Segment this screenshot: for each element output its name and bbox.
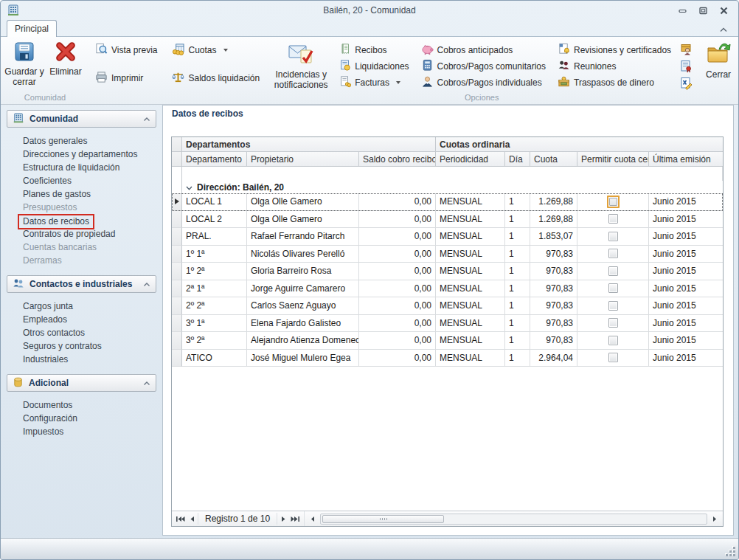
saldos-liquidacion-button[interactable]: Saldos liquidación: [169, 70, 263, 86]
cell-departamento[interactable]: PRAL.: [182, 228, 247, 246]
cell-periodicidad[interactable]: MENSUAL: [436, 280, 505, 298]
cell-propietario[interactable]: Olga Olle Gamero: [247, 193, 359, 211]
band-header-departamentos[interactable]: Departamentos: [182, 137, 436, 152]
sidebar-item-direcciones-departamentos[interactable]: Direcciones y departamentos: [7, 148, 156, 161]
sidebar-item-coeficientes[interactable]: Coeficientes: [7, 174, 156, 187]
cell-periodicidad[interactable]: MENSUAL: [436, 228, 505, 246]
cell-departamento[interactable]: 2º 2ª: [182, 297, 247, 315]
traspasos-button[interactable]: Traspasos de dinero: [555, 75, 674, 91]
column-header-dia[interactable]: Día: [505, 152, 530, 167]
cell-dia[interactable]: 1: [505, 350, 530, 367]
cell-ultima-emision[interactable]: Junio 2015: [649, 228, 724, 246]
cell-permitir-cuota-cero[interactable]: [577, 211, 649, 229]
cell-cuota[interactable]: 2.964,04: [530, 350, 577, 367]
cell-permitir-cuota-cero[interactable]: [577, 315, 649, 333]
cell-periodicidad[interactable]: MENSUAL: [436, 211, 505, 229]
tab-principal[interactable]: Principal: [7, 20, 57, 37]
sidebar-item-datos-generales[interactable]: Datos generales: [7, 134, 156, 148]
cuotas-button[interactable]: Cuotas: [169, 42, 263, 58]
cell-dia[interactable]: 1: [505, 193, 530, 211]
column-header-departamento[interactable]: Departamento: [182, 152, 247, 167]
section-header-contactos[interactable]: Contactos e industriales: [7, 275, 156, 293]
cell-departamento[interactable]: ATICO: [182, 350, 247, 367]
cell-periodicidad[interactable]: MENSUAL: [436, 350, 505, 367]
sidebar-item-presupuestos[interactable]: Presupuestos: [7, 201, 156, 214]
horizontal-scrollbar[interactable]: [304, 511, 721, 526]
cobros-pagos-individuales-button[interactable]: Cobros/Pagos individuales: [418, 75, 549, 91]
preview-button[interactable]: Vista previa: [92, 42, 160, 58]
reuniones-button[interactable]: Reuniones: [555, 58, 674, 75]
cell-propietario[interactable]: Olga Olle Gamero: [247, 211, 359, 229]
checkbox[interactable]: [608, 318, 618, 328]
close-button[interactable]: [719, 7, 728, 15]
table-row[interactable]: 3º 2ª Alejandro Atienza Domenech 0,00 ME…: [172, 332, 723, 350]
cell-dia[interactable]: 1: [505, 315, 530, 333]
table-row[interactable]: PRAL. Rafael Ferrando Pitarch 0,00 MENSU…: [172, 228, 723, 246]
cell-propietario[interactable]: José Miguel Mulero Egea: [247, 350, 359, 367]
cell-propietario[interactable]: Gloria Barreiro Rosa: [247, 263, 359, 280]
cell-ultima-emision[interactable]: Junio 2015: [649, 193, 724, 211]
chevron-up-icon[interactable]: [143, 279, 150, 289]
column-header-propietario[interactable]: Propietario: [247, 152, 359, 167]
checkbox[interactable]: [608, 214, 618, 224]
certificate-icon[interactable]: [679, 59, 693, 74]
checkbox[interactable]: [608, 353, 618, 362]
scroll-right-icon[interactable]: [709, 513, 721, 525]
sidebar-item-estructura-liquidacion[interactable]: Estructura de liquidación: [7, 161, 156, 174]
cell-cuota[interactable]: 1.269,88: [530, 193, 577, 211]
cell-permitir-cuota-cero[interactable]: [577, 280, 649, 298]
cell-saldo[interactable]: 0,00: [359, 280, 436, 298]
cell-departamento[interactable]: LOCAL 2: [182, 211, 247, 229]
table-row[interactable]: 1º 1ª Nicolás Olivares Perelló 0,00 MENS…: [172, 246, 723, 263]
cerrar-button[interactable]: Cerrar: [698, 38, 739, 93]
cell-ultima-emision[interactable]: Junio 2015: [649, 332, 724, 350]
cell-permitir-cuota-cero[interactable]: [577, 228, 649, 246]
table-row[interactable]: 2ª 1ª Jorge Aguirre Camarero 0,00 MENSUA…: [172, 280, 723, 298]
column-header-cuota[interactable]: Cuota: [530, 152, 577, 167]
cell-cuota[interactable]: 970,83: [530, 297, 577, 315]
cell-departamento[interactable]: 1º 2ª: [182, 263, 247, 280]
cell-propietario[interactable]: Elena Fajardo Galisteo: [247, 315, 359, 333]
table-row[interactable]: ATICO José Miguel Mulero Egea 0,00 MENSU…: [172, 350, 723, 367]
sidebar-item-planes-gastos[interactable]: Planes de gastos: [7, 187, 156, 201]
person-money-icon[interactable]: [679, 42, 693, 57]
scrollbar-track[interactable]: [320, 514, 707, 525]
band-header-cuotas-ordinaria[interactable]: Cuotas ordinaria: [436, 137, 724, 152]
facturas-button[interactable]: Facturas: [336, 75, 412, 91]
report-pencil-icon[interactable]: [679, 76, 693, 91]
cell-departamento[interactable]: LOCAL 1: [182, 193, 247, 211]
cell-dia[interactable]: 1: [505, 297, 530, 315]
cell-saldo[interactable]: 0,00: [359, 315, 436, 333]
cell-propietario[interactable]: Nicolás Olivares Perelló: [247, 246, 359, 263]
chevron-up-icon[interactable]: [143, 378, 150, 388]
cell-periodicidad[interactable]: MENSUAL: [436, 332, 505, 350]
cell-ultima-emision[interactable]: Junio 2015: [649, 246, 724, 263]
sidebar-item-industriales[interactable]: Industriales: [7, 353, 156, 366]
scrollbar-thumb[interactable]: [322, 515, 444, 523]
next-record-button[interactable]: [277, 513, 289, 525]
minimize-button[interactable]: [678, 7, 687, 15]
cell-dia[interactable]: 1: [505, 263, 530, 280]
cell-saldo[interactable]: 0,00: [359, 297, 436, 315]
checkbox[interactable]: [608, 249, 618, 258]
cell-saldo[interactable]: 0,00: [359, 228, 436, 246]
sidebar-item-impuestos[interactable]: Impuestos: [7, 425, 156, 438]
liquidaciones-button[interactable]: Liquidaciones: [336, 58, 412, 75]
cobros-anticipados-button[interactable]: Cobros anticipados: [418, 42, 549, 58]
first-record-button[interactable]: [174, 513, 186, 525]
print-button[interactable]: Imprimir: [92, 70, 160, 86]
sidebar-item-datos-recibos[interactable]: Datos de recibos: [7, 214, 156, 227]
cell-ultima-emision[interactable]: Junio 2015: [649, 315, 724, 333]
column-header-permitir-cuota-cero[interactable]: Permitir cuota cero: [577, 152, 649, 167]
cell-permitir-cuota-cero[interactable]: [577, 193, 649, 211]
cell-periodicidad[interactable]: MENSUAL: [436, 297, 505, 315]
cell-departamento[interactable]: 3º 2ª: [182, 332, 247, 350]
checkbox[interactable]: [608, 336, 618, 345]
checkbox[interactable]: [608, 232, 618, 241]
cell-periodicidad[interactable]: MENSUAL: [436, 263, 505, 280]
cell-propietario[interactable]: Rafael Ferrando Pitarch: [247, 228, 359, 246]
cell-saldo[interactable]: 0,00: [359, 211, 436, 229]
cell-ultima-emision[interactable]: Junio 2015: [649, 211, 724, 229]
cell-periodicidad[interactable]: MENSUAL: [436, 193, 505, 211]
checkbox[interactable]: [608, 301, 618, 311]
